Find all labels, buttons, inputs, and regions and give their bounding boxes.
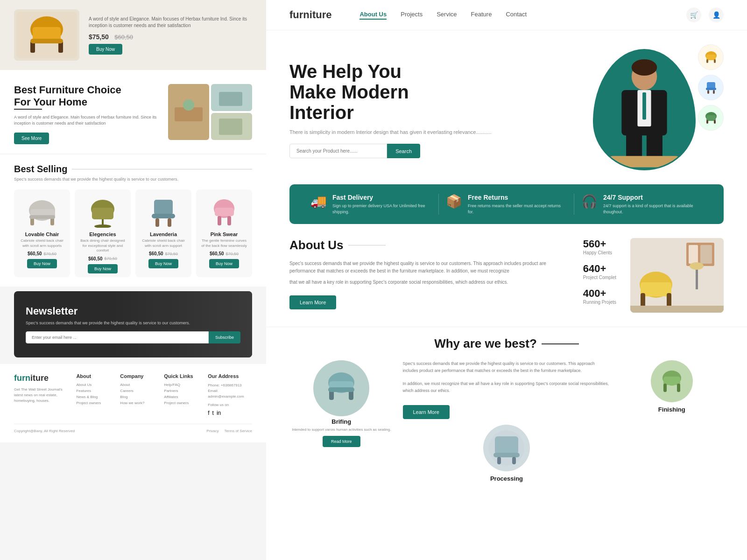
brifing-item: Brifing Intended to support varois human… [289, 360, 394, 447]
footer-link-project-owners-2[interactable]: Project owners [164, 401, 201, 405]
cart-icon[interactable]: 🛒 [686, 7, 701, 22]
linkedin-icon[interactable]: in [217, 410, 221, 416]
about-desc-2: that we all have a key role in supportin… [289, 279, 555, 286]
left-hero-text: A word of style and Elegance. Main focus… [89, 16, 252, 55]
why-learn-more-button[interactable]: Learn More [403, 405, 450, 419]
hero-oval-bg [593, 49, 696, 170]
svg-rect-75 [663, 384, 667, 392]
left-panel: A word of style and Elegance. Main focus… [0, 0, 266, 560]
nav-link-projects[interactable]: Projects [401, 11, 423, 20]
footer-link-features[interactable]: Features [76, 389, 113, 393]
buy-button-0[interactable]: Buy Now [27, 259, 57, 268]
stat-number-2: 400+ [583, 287, 616, 300]
footer-link-about[interactable]: About [120, 383, 157, 387]
nav-link-contact[interactable]: Contact [506, 11, 527, 20]
brifing-desc: Intended to support varois human activit… [292, 427, 391, 432]
footer-privacy-link[interactable]: Privacy [206, 429, 218, 433]
footer-link-partners[interactable]: Partners [164, 389, 201, 393]
footer-link-careers[interactable]: Careers [120, 389, 157, 393]
product-price-new-2: $60,50 [149, 251, 163, 256]
brifing-title: Brifing [331, 418, 351, 425]
product-img-1 [84, 195, 121, 228]
footer-address-col: Our Address Phone: +636867913 Email: adm… [208, 373, 252, 416]
footer-link-affiliates[interactable]: Affiliates [164, 395, 201, 399]
svg-rect-41 [714, 59, 716, 63]
user-icon[interactable]: 👤 [709, 7, 724, 22]
about-learn-more-button[interactable]: Learn More [289, 295, 336, 309]
svg-rect-57 [641, 282, 671, 296]
footer-link-faq[interactable]: Help/FAQ [164, 383, 201, 387]
footer-link-news[interactable]: News & Blog [76, 395, 113, 399]
about-image [630, 238, 724, 313]
person-svg [594, 49, 694, 169]
brifing-read-more-button[interactable]: Read More [323, 436, 360, 447]
hero-search-bar: Search [289, 144, 420, 158]
buy-button-1[interactable]: Buy Now [88, 264, 118, 273]
stat-label-2: Running Projets [583, 300, 616, 305]
footer-link-about-us[interactable]: About Us [76, 383, 113, 387]
nav-link-service[interactable]: Service [437, 11, 457, 20]
footer-phone: Phone: +636867913 [208, 383, 252, 388]
footer-link-blog[interactable]: Blog [120, 395, 157, 399]
yellow-chair-svg [23, 13, 70, 57]
mini-chair-blue [704, 81, 718, 94]
hero-text: We Help You Make Modern Interior There i… [289, 61, 584, 159]
why-right-area: Finishing [620, 360, 724, 413]
footer-link-project-owners-1[interactable]: Project owners [76, 401, 113, 405]
about-desc-1: Spec's success demands that we provide t… [289, 260, 555, 275]
buy-button-2[interactable]: Buy Now [148, 259, 178, 268]
navigation: furniture About Us Projects Service Feat… [266, 0, 747, 30]
buy-button-3[interactable]: Buy Now [209, 259, 239, 268]
product-price-new-3: $60,50 [210, 251, 224, 256]
chair-svg-olive [86, 197, 119, 228]
svg-rect-59 [667, 293, 671, 307]
mini-chair-green [704, 112, 718, 125]
buy-now-button[interactable]: Buy Now [89, 44, 122, 55]
svg-rect-69 [493, 453, 520, 457]
processing-title: Processing [483, 475, 530, 482]
footer-link-how[interactable]: How we work? [120, 401, 157, 405]
footer-bottom-links: Privacy Terms of Service [206, 429, 252, 433]
svg-rect-53 [700, 245, 712, 264]
about-stats: 560+ Happy Clients 640+ Project Complet … [583, 238, 616, 305]
feature-bar: 🚚 Fast Delivery Sign up to premier deliv… [289, 184, 724, 224]
svg-rect-71 [512, 457, 516, 464]
twitter-icon[interactable]: t [212, 410, 214, 416]
nav-link-about[interactable]: About Us [359, 11, 387, 20]
product-prices-3: $60,50 $70,50 [210, 251, 239, 256]
why-best-section: Why are we best? [266, 327, 747, 491]
furniture-img-small-2 [211, 113, 252, 140]
brifing-chair-img [313, 360, 369, 416]
product-prices-0: $60,50 $70,50 [28, 251, 56, 256]
nav-link-feature[interactable]: Feature [471, 11, 492, 20]
best-selling-subtitle: Spec's success demands that we provide t… [14, 176, 252, 182]
returns-title: Free Returns [468, 194, 567, 201]
footer-terms-link[interactable]: Terms of Service [224, 429, 252, 433]
svg-rect-9 [219, 92, 242, 106]
feature-free-returns: 📦 Free Returns Free returns means the se… [439, 194, 574, 215]
hero-search-button[interactable]: Search [387, 144, 420, 158]
stat-label-1: Project Complet [583, 275, 616, 280]
furn-icon-blue-chair [698, 75, 724, 100]
facebook-icon[interactable]: f [208, 410, 209, 416]
svg-rect-26 [215, 208, 234, 216]
product-desc-1: Back dining chair designed for exception… [78, 238, 127, 253]
finishing-title: Finishing [620, 406, 724, 413]
product-price-new-1: $60,50 [88, 256, 103, 261]
newsletter-email-input[interactable] [26, 331, 209, 343]
svg-rect-70 [497, 457, 501, 464]
social-icons: f t in [208, 410, 252, 416]
newsletter-subscribe-button[interactable]: Subscribe [209, 331, 240, 343]
svg-rect-48 [706, 120, 708, 124]
svg-rect-52 [689, 245, 698, 264]
svg-rect-45 [713, 90, 715, 94]
see-more-button[interactable]: See More [14, 133, 49, 144]
svg-rect-74 [663, 377, 680, 385]
about-room-svg [630, 238, 724, 313]
hero-desc: A word of style and Elegance. Main focus… [89, 16, 252, 29]
hero-search-input[interactable] [289, 144, 387, 158]
product-price-old-2: $70,50 [165, 252, 178, 256]
product-desc-0: Cabriole shield back chair with scroll a… [18, 238, 66, 248]
footer-address-title: Our Address [208, 373, 252, 379]
stat-number-1: 640+ [583, 263, 616, 275]
